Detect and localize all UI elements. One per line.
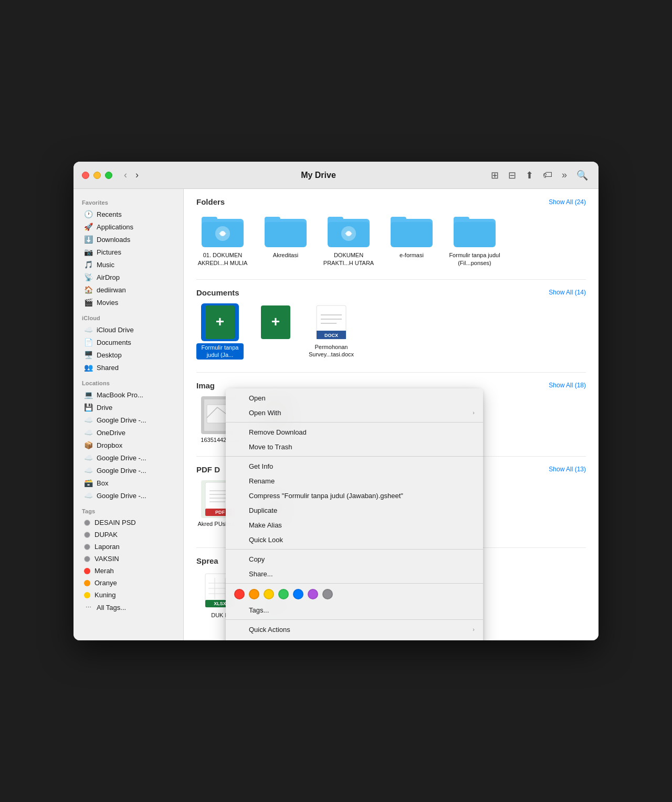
menu-tags[interactable]: Tags... xyxy=(226,603,483,617)
tag-icon[interactable]: 🏷 xyxy=(541,167,554,183)
search-icon[interactable]: 🔍 xyxy=(574,167,590,183)
menu-duplicate-label: Duplicate xyxy=(249,506,475,514)
folder-item-dokumen-prakti[interactable]: DOKUMEN PRAKTI...H UTARA xyxy=(322,213,375,267)
menu-compress-label: Compress "Formulir tanpa judul (Jawaban)… xyxy=(249,492,475,500)
share-icon[interactable]: ⬆ xyxy=(523,167,536,183)
airdrop-label: AirDrop xyxy=(97,273,120,281)
google-drive-1-icon: ☁️ xyxy=(84,416,92,424)
sidebar-item-airdrop[interactable]: 📡 AirDrop xyxy=(76,271,181,283)
view-grid-icon[interactable]: ⊞ xyxy=(489,167,501,183)
dropbox-icon: 📦 xyxy=(84,441,92,449)
sidebar-item-google-drive-1[interactable]: ☁️ Google Drive -... xyxy=(76,414,181,426)
tag-purple[interactable] xyxy=(308,589,318,599)
merah-dot xyxy=(84,568,90,574)
menu-quick-look[interactable]: Quick Look xyxy=(226,532,483,547)
drive-label: Drive xyxy=(97,404,112,411)
sidebar-item-pictures[interactable]: 📷 Pictures xyxy=(76,246,181,258)
vaksin-label: VAKSIN xyxy=(94,555,119,563)
sidebar-item-desain-psd[interactable]: DESAIN PSD xyxy=(76,516,181,529)
folder-label-01-dokumen: 01. DOKUMEN AKREDI...H MULIA xyxy=(196,251,249,267)
view-list-icon[interactable]: ⊟ xyxy=(506,167,518,183)
folders-header-row: Folders Show All (24) xyxy=(196,197,586,206)
sidebar-item-music[interactable]: 🎵 Music xyxy=(76,258,181,271)
sidebar-item-desktop[interactable]: 🖥️ Desktop xyxy=(76,349,181,361)
menu-get-info[interactable]: Get Info xyxy=(226,459,483,473)
menu-open[interactable]: Open xyxy=(226,391,483,405)
sidebar-item-documents[interactable]: 📄 Documents xyxy=(76,336,181,349)
menu-quick-actions[interactable]: Quick Actions › xyxy=(226,622,483,637)
sidebar-item-google-drive-2[interactable]: ☁️ Google Drive -... xyxy=(76,451,181,464)
svg-text:PDF: PDF xyxy=(215,510,225,515)
menu-open-google-drive[interactable]: Open with Google Drive xyxy=(226,637,483,640)
menu-copy-label: Copy xyxy=(249,555,475,563)
menu-open-with-chevron: › xyxy=(472,409,475,416)
sidebar-item-google-drive-3[interactable]: ☁️ Google Drive -... xyxy=(76,464,181,477)
content-area: Folders Show All (24) xyxy=(184,189,598,640)
maximize-button[interactable] xyxy=(105,172,112,179)
google-drive-1-label: Google Drive -... xyxy=(97,416,146,424)
tag-green[interactable] xyxy=(278,589,289,599)
sidebar-item-recents[interactable]: 🕐 Recents xyxy=(76,208,181,220)
doc-item-gsheet-2[interactable]: + xyxy=(252,303,299,360)
folders-show-all[interactable]: Show All (24) xyxy=(549,198,586,206)
documents-show-all[interactable]: Show All (14) xyxy=(549,289,586,296)
tag-gray[interactable] xyxy=(322,589,333,599)
sidebar-item-drive[interactable]: 💾 Drive xyxy=(76,401,181,414)
back-button[interactable]: ‹ xyxy=(121,168,130,182)
sidebar-item-dediirwan[interactable]: 🏠 dediirwan xyxy=(76,283,181,296)
oranye-dot xyxy=(84,580,90,586)
minimize-button[interactable] xyxy=(93,172,101,179)
menu-open-with[interactable]: Open With › xyxy=(226,405,483,420)
folder-item-01-dokumen[interactable]: 01. DOKUMEN AKREDI...H MULIA xyxy=(196,213,249,267)
menu-rename[interactable]: Rename xyxy=(226,473,483,488)
menu-copy[interactable]: Copy xyxy=(226,552,483,566)
sidebar-item-onedrive[interactable]: ☁️ OneDrive xyxy=(76,426,181,439)
sidebar-item-dropbox[interactable]: 📦 Dropbox xyxy=(76,439,181,451)
sidebar-item-oranye[interactable]: Oranye xyxy=(76,577,181,589)
menu-make-alias[interactable]: Make Alias xyxy=(226,518,483,532)
sidebar-item-google-drive-4[interactable]: ☁️ Google Drive -... xyxy=(76,489,181,502)
folder-item-akreditasi[interactable]: Akreditasi xyxy=(259,213,312,267)
pdf-show-all[interactable]: Show All (13) xyxy=(549,466,586,473)
sidebar-item-applications[interactable]: 🚀 Applications xyxy=(76,220,181,233)
tag-orange[interactable] xyxy=(249,589,259,599)
images-show-all[interactable]: Show All (18) xyxy=(549,382,586,389)
menu-duplicate[interactable]: Duplicate xyxy=(226,503,483,518)
menu-share[interactable]: Share... xyxy=(226,566,483,581)
sidebar-item-shared[interactable]: 👥 Shared xyxy=(76,361,181,374)
forward-button[interactable]: › xyxy=(132,168,142,182)
folder-item-formulir-tanpa[interactable]: Formulir tanpa judul (Fil...ponses) xyxy=(448,213,501,267)
sidebar-item-macbook[interactable]: 💻 MacBook Pro... xyxy=(76,388,181,401)
menu-move-trash[interactable]: Move to Trash xyxy=(226,439,483,454)
sidebar-item-downloads[interactable]: ⬇️ Downloads xyxy=(76,233,181,246)
separator-3 xyxy=(226,549,483,550)
sidebar-item-all-tags[interactable]: ⋯ All Tags... xyxy=(76,601,181,614)
recents-icon: 🕐 xyxy=(84,210,92,218)
sidebar-item-dupak[interactable]: DUPAK xyxy=(76,529,181,541)
folder-item-e-formasi[interactable]: e-formasi xyxy=(385,213,438,267)
sidebar-item-merah[interactable]: Merah xyxy=(76,565,181,577)
menu-remove-download[interactable]: Remove Download xyxy=(226,425,483,439)
sidebar-item-laporan[interactable]: Laporan xyxy=(76,541,181,553)
tag-yellow[interactable] xyxy=(264,589,274,599)
menu-remove-download-label: Remove Download xyxy=(249,428,475,436)
menu-rename-label: Rename xyxy=(249,477,475,485)
spreadsheet-section-title: Sprea xyxy=(196,556,218,565)
sidebar-item-kuning[interactable]: Kuning xyxy=(76,589,181,601)
images-section-title: Imag xyxy=(196,381,215,390)
documents-section-title: Documents xyxy=(196,288,239,297)
tag-blue[interactable] xyxy=(293,589,303,599)
sidebar-item-movies[interactable]: 🎬 Movies xyxy=(76,296,181,309)
more-icon[interactable]: » xyxy=(560,167,569,183)
close-button[interactable] xyxy=(82,172,89,179)
menu-compress[interactable]: Compress "Formulir tanpa judul (Jawaban)… xyxy=(226,488,483,503)
tag-red[interactable] xyxy=(234,589,245,599)
sidebar-item-icloud-drive[interactable]: ☁️ iCloud Drive xyxy=(76,323,181,336)
doc-item-formulir-jawaban[interactable]: + Formulir tanpa judul (Ja... xyxy=(196,303,244,360)
doc-item-permohonan[interactable]: DOCX Permohonan Survey...tasi.docx xyxy=(308,303,355,360)
onedrive-label: OneDrive xyxy=(97,429,125,437)
sidebar-item-box[interactable]: 🗃️ Box xyxy=(76,477,181,489)
airdrop-icon: 📡 xyxy=(84,273,92,281)
sidebar-item-vaksin[interactable]: VAKSIN xyxy=(76,553,181,565)
music-icon: 🎵 xyxy=(84,260,92,269)
